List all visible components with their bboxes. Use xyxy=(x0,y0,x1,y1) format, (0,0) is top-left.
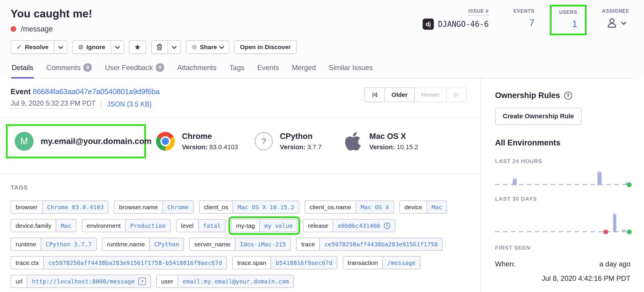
tag-pill-environment[interactable]: environmentProduction xyxy=(82,219,171,232)
tag-value[interactable]: email:my.email@your.domain.com xyxy=(177,275,293,287)
tags-heading: TAGS xyxy=(11,184,469,191)
stat-users: USERS 1 xyxy=(559,8,577,32)
event-json-link[interactable]: JSON (3.5 KB) xyxy=(107,100,152,108)
assignee-dropdown[interactable] xyxy=(606,17,625,29)
tab-label: Details xyxy=(12,64,33,72)
tag-pill-trace[interactable]: tracece5978250aff4438ba283e91561f1758 xyxy=(296,238,443,251)
tag-key: device xyxy=(400,201,427,213)
culprit-label: /message xyxy=(21,25,53,33)
event-timestamp[interactable]: Jul 9, 2020 5:32:23 PM PDT xyxy=(11,99,96,109)
first-seen-relative[interactable]: a day ago xyxy=(600,260,630,270)
ignore-dropdown-button[interactable] xyxy=(111,40,124,54)
os-context-card: Mac OS X Version: 10.15.2 xyxy=(343,131,418,152)
tag-value[interactable]: Idos-iMac-215 xyxy=(235,238,291,250)
tag-pill-list: browserChrome 83.0.4103browser.nameChrom… xyxy=(11,200,469,288)
bookmark-button[interactable]: ★ xyxy=(129,40,146,54)
tab-merged[interactable]: Merged xyxy=(291,62,316,79)
create-ownership-rule-button[interactable]: Create Ownership Rule xyxy=(495,108,582,125)
newer-event-button: Newer xyxy=(415,87,447,102)
tab-events[interactable]: Events xyxy=(257,62,279,79)
tab-user-feedback[interactable]: User Feedback0 xyxy=(104,62,165,79)
tag-row: runtimeCPython 3.7.7runtime.nameCPythons… xyxy=(11,238,469,251)
help-icon[interactable]: ? xyxy=(564,92,572,99)
tag-pill-url[interactable]: urlhttp://localhost:8000/message↗ xyxy=(11,275,151,288)
users-count[interactable]: 1 xyxy=(572,19,577,29)
events-count[interactable]: 7 xyxy=(530,18,535,28)
delete-button[interactable] xyxy=(151,40,168,54)
tab-attachments[interactable]: Attachments xyxy=(177,62,217,79)
tag-pill-client_os[interactable]: client_osMac OS X 10.15.2 xyxy=(199,200,300,214)
tag-pill-device[interactable]: deviceMac xyxy=(399,200,447,214)
tag-pill-browser[interactable]: browserChrome 83.0.4103 xyxy=(11,200,109,214)
tag-key: transaction xyxy=(343,257,382,269)
resolve-button[interactable]: ✓ Resolve xyxy=(11,40,54,54)
ignore-icon: ⊘ xyxy=(78,43,83,51)
event-id-block: Event 86684fa63aa047e7a0540801a9d9f6ba J… xyxy=(11,87,160,109)
tag-value[interactable]: CPython xyxy=(149,238,183,250)
tag-pill-level[interactable]: levelfatal xyxy=(176,219,226,232)
external-link-icon[interactable]: ↗ xyxy=(138,278,146,285)
event-id-link[interactable]: 86684fa63aa047e7a0540801a9d9f6ba xyxy=(33,87,160,96)
oldest-event-button[interactable] xyxy=(364,87,385,102)
title-block: You caught me! /message xyxy=(11,8,92,33)
chevron-down-icon xyxy=(58,44,63,49)
tab-details[interactable]: Details xyxy=(11,62,34,79)
tab-comments[interactable]: Comments0 xyxy=(46,62,92,79)
tab-count-badge: 0 xyxy=(83,63,92,72)
tag-row: browserChrome 83.0.4103browser.nameChrom… xyxy=(11,200,469,214)
issue-tabs: DetailsComments0User Feedback0Attachment… xyxy=(11,62,632,79)
runtime-context-card: ? CPython Version: 3.7.7 xyxy=(255,132,322,151)
resolve-dropdown-button[interactable] xyxy=(54,40,67,54)
tag-pill-transaction[interactable]: transaction/message xyxy=(343,256,421,269)
tag-pill-runtime.name[interactable]: runtime.nameCPython xyxy=(102,238,184,251)
green-marker-dot xyxy=(627,230,632,234)
tag-pill-my-tag[interactable]: my-tagmy value xyxy=(231,219,298,232)
open-in-discover-button[interactable]: Open in Discover xyxy=(234,40,297,54)
issue-short-id: DJANGO-46-6 xyxy=(438,20,489,29)
browser-version: 83.0.4103 xyxy=(209,143,238,151)
tag-value[interactable]: b5418816f9aec67d xyxy=(270,257,337,269)
tag-pill-client_os.name[interactable]: client_os.nameMac OS X xyxy=(305,200,394,214)
tag-pill-runtime[interactable]: runtimeCPython 3.7.7 xyxy=(11,238,97,251)
tag-value[interactable]: ce5978250aff4438ba283e91561f1758 xyxy=(319,238,442,250)
tag-value[interactable]: Mac OS X 10.15.2 xyxy=(233,201,299,213)
error-level-dot xyxy=(11,26,16,32)
tag-value[interactable]: ce5978250aff4438ba283e91561f1758-b541881… xyxy=(43,257,226,269)
tag-value[interactable]: Mac xyxy=(426,201,447,213)
share-button[interactable]: Share xyxy=(186,40,229,54)
tag-pill-server_name[interactable]: server_nameIdos-iMac-215 xyxy=(189,238,291,251)
tab-similar-issues[interactable]: Similar Issues xyxy=(328,62,373,79)
delete-dropdown-button[interactable] xyxy=(168,40,181,54)
tag-pill-trace.span[interactable]: trace.spanb5418816f9aec67d xyxy=(232,256,337,269)
tag-value[interactable]: fatal xyxy=(198,220,225,232)
tag-value[interactable]: Chrome xyxy=(162,201,193,213)
tag-value[interactable]: Mac xyxy=(56,220,76,232)
tag-pill-browser.name[interactable]: browser.nameChrome xyxy=(114,200,193,214)
issue-number-value: dj DJANGO-46-6 xyxy=(423,19,489,30)
info-icon[interactable]: i xyxy=(384,223,390,229)
tag-pill-release[interactable]: releasee0b0bc431466i xyxy=(303,219,395,232)
tag-row: trace.ctxce5978250aff4438ba283e91561f175… xyxy=(11,256,469,269)
runtime-version: 3.7.7 xyxy=(307,143,322,151)
older-event-button[interactable]: Older xyxy=(385,87,415,102)
first-seen-when-row: When: a day ago xyxy=(495,260,630,270)
tag-value[interactable]: Production xyxy=(125,220,170,232)
tag-value[interactable]: my value xyxy=(259,220,297,232)
tag-value[interactable]: e0b0bc431466i xyxy=(333,220,395,232)
tag-pill-user[interactable]: useremail:my.email@your.domain.com xyxy=(156,275,294,288)
tab-tags[interactable]: Tags xyxy=(229,62,245,79)
tag-value[interactable]: Mac OS X xyxy=(356,201,393,213)
tag-pill-trace.ctx[interactable]: trace.ctxce5978250aff4438ba283e91561f175… xyxy=(11,256,227,269)
red-marker-dot xyxy=(603,230,608,234)
tag-value[interactable]: /message xyxy=(382,257,420,269)
tag-key: user xyxy=(157,275,178,287)
tag-value[interactable]: CPython 3.7.7 xyxy=(41,238,96,250)
issue-detail-page: You caught me! /message ISSUE # dj DJANG… xyxy=(0,0,644,292)
tag-pill-device.family[interactable]: device.familyMac xyxy=(11,219,77,232)
tag-value[interactable]: Chrome 83.0.4103 xyxy=(42,201,108,213)
ignore-button[interactable]: ⊘ Ignore xyxy=(72,40,111,54)
issue-stats: ISSUE # dj DJANGO-46-6 EVENTS 7 USERS 1 xyxy=(423,8,632,32)
tag-value[interactable]: http://localhost:8000/message↗ xyxy=(27,275,150,287)
person-icon xyxy=(606,17,618,29)
issue-number-label[interactable]: ISSUE # xyxy=(468,8,489,16)
